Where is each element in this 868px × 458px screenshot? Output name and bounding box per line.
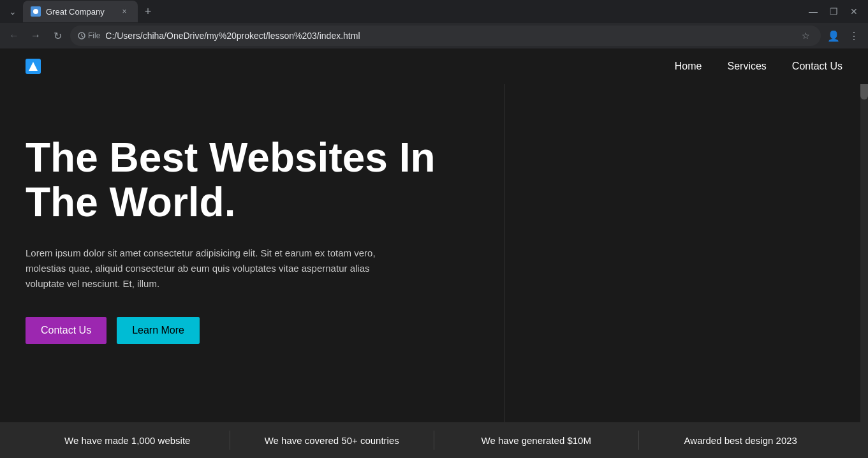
nav-link-home[interactable]: Home [675,61,702,71]
hero-title: The Best Websites In The World. [26,135,478,225]
nav-item-services[interactable]: Services [728,61,767,72]
address-bar-container[interactable]: File ☆ [70,26,821,46]
nav-link-services[interactable]: Services [728,61,767,71]
new-tab-button[interactable]: + [140,4,156,19]
tab-favicon [31,6,41,17]
back-button[interactable]: ← [5,27,23,45]
hero-title-line1: The Best Websites In [26,135,436,181]
nav-link-contact[interactable]: Contact Us [792,61,842,71]
hero-section: The Best Websites In The World. Lorem ip… [0,84,868,455]
close-button[interactable]: ✕ [845,3,863,20]
bookmark-button[interactable]: ☆ [798,28,813,43]
refresh-button[interactable]: ↻ [48,27,66,45]
menu-button[interactable]: ⋮ [845,27,863,45]
hero-left: The Best Websites In The World. Lorem ip… [0,84,504,455]
title-bar: ⌄ Great Company × + — ❐ ✕ [0,0,868,23]
tab-close-button[interactable]: × [119,6,130,17]
stat-item-2: We have generated $10M [434,435,638,446]
nav-item-contact[interactable]: Contact Us [792,61,842,72]
browser-chrome: ⌄ Great Company × + — ❐ ✕ ← → ↻ File [0,0,868,48]
website-content: Home Services Contact Us The Best Websit… [0,48,868,458]
tab-title: Great Company [46,7,114,17]
address-input[interactable] [105,31,793,41]
stat-item-1: We have covered 50+ countries [230,435,434,446]
contact-us-button[interactable]: Contact Us [26,317,107,344]
maximize-button[interactable]: ❐ [825,3,842,20]
site-navbar: Home Services Contact Us [0,48,868,84]
profile-button[interactable]: 👤 [825,27,842,45]
address-bar-actions: ☆ [798,28,813,43]
forward-button[interactable]: → [27,27,45,45]
active-tab[interactable]: Great Company × [23,1,138,22]
hero-description: Lorem ipsum dolor sit amet consectetur a… [26,246,395,292]
logo-icon [26,59,41,74]
hero-buttons: Contact Us Learn More [26,317,478,344]
stat-text-1: We have covered 50+ countries [265,435,399,446]
address-bar-row: ← → ↻ File ☆ 👤 ⋮ [0,23,868,48]
stats-bar: We have made 1,000 website We have cover… [0,422,868,458]
learn-more-button[interactable]: Learn More [117,317,200,344]
stat-text-0: We have made 1,000 website [64,435,190,446]
stat-text-2: We have generated $10M [482,435,591,446]
site-logo [26,59,41,74]
browser-end-actions: 👤 ⋮ [825,27,863,45]
hero-right [504,84,868,455]
hero-title-line2: The World. [26,179,235,225]
window-controls: — ❐ ✕ [804,3,863,20]
tab-list-button[interactable]: ⌄ [5,4,20,19]
protocol-label: File [88,31,100,40]
nav-item-home[interactable]: Home [675,61,702,72]
scrollbar-track[interactable] [860,48,868,458]
stat-item-3: Awarded best design 2023 [639,435,843,446]
minimize-button[interactable]: — [804,3,822,20]
site-nav-links: Home Services Contact Us [675,61,842,72]
protocol-icon: File [78,31,100,40]
stat-text-3: Awarded best design 2023 [684,435,797,446]
stat-item-0: We have made 1,000 website [26,435,230,446]
